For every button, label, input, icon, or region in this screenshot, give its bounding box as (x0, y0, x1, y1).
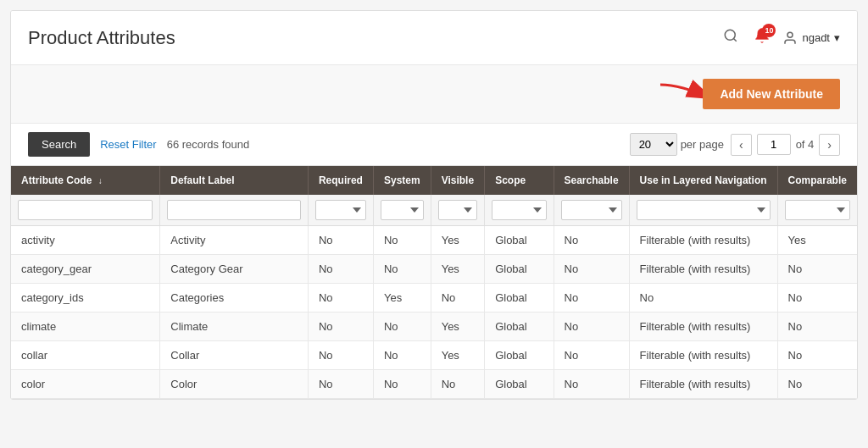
per-page-select[interactable]: 20 30 50 100 (630, 133, 677, 156)
cell-comparable: No (777, 341, 857, 370)
cell-layered_nav: No (629, 284, 777, 312)
cell-visible: No (431, 284, 484, 312)
filter-system[interactable]: YesNo (381, 200, 424, 220)
prev-page-button[interactable]: ‹ (731, 134, 752, 156)
col-comparable[interactable]: Comparable (777, 166, 857, 195)
cell-required: No (308, 370, 373, 399)
action-bar: Add New Attribute (11, 65, 857, 124)
user-chevron-icon: ▾ (834, 31, 840, 44)
cell-visible: Yes (431, 312, 484, 341)
cell-default_label: Categories (160, 284, 309, 312)
col-searchable[interactable]: Searchable (554, 166, 629, 195)
svg-point-2 (787, 32, 793, 37)
cell-searchable: No (554, 370, 629, 399)
filter-scope[interactable]: GlobalStoreWebsite (492, 200, 546, 220)
per-page-selector: 20 30 50 100 per page (630, 133, 724, 156)
table-row[interactable]: collarCollarNoNoYesGlobalNoFilterable (w… (11, 341, 857, 370)
page-of-label: of 4 (796, 138, 815, 151)
col-layered-nav[interactable]: Use in Layered Navigation (629, 166, 777, 195)
cell-layered_nav: Filterable (with results) (629, 255, 777, 284)
cell-comparable: No (777, 370, 857, 399)
cell-scope: Global (485, 284, 554, 312)
header-actions: 10 ngadt ▾ (720, 25, 840, 51)
cell-system: No (373, 226, 431, 255)
attributes-table: Attribute Code ↓ Default Label Required … (11, 166, 857, 399)
table-row[interactable]: colorColorNoNoNoGlobalNoFilterable (with… (11, 370, 857, 399)
records-found-label: 66 records found (167, 138, 250, 151)
cell-comparable: No (777, 255, 857, 284)
cell-attribute_code: color (11, 370, 160, 399)
filter-default-label[interactable] (167, 200, 301, 220)
cell-scope: Global (485, 312, 554, 341)
table-row[interactable]: climateClimateNoNoYesGlobalNoFilterable … (11, 312, 857, 341)
cell-scope: Global (485, 370, 554, 399)
cell-scope: Global (485, 226, 554, 255)
toolbar: Search Reset Filter 66 records found 20 … (11, 124, 857, 166)
cell-default_label: Climate (160, 312, 309, 341)
search-icon-button[interactable] (720, 25, 742, 51)
cell-searchable: No (554, 312, 629, 341)
cell-layered_nav: Filterable (with results) (629, 341, 777, 370)
cell-system: No (373, 370, 431, 399)
filter-attribute-code[interactable] (18, 200, 153, 220)
cell-default_label: Collar (160, 341, 309, 370)
table-row[interactable]: activityActivityNoNoYesGlobalNoFilterabl… (11, 226, 857, 255)
col-system[interactable]: System (373, 166, 431, 195)
per-page-label: per page (681, 138, 724, 151)
svg-line-1 (734, 38, 737, 41)
cell-system: No (373, 255, 431, 284)
cell-required: No (308, 341, 373, 370)
cell-visible: No (431, 370, 484, 399)
table-row[interactable]: category_idsCategoriesNoYesNoGlobalNoNoN… (11, 284, 857, 312)
cell-required: No (308, 312, 373, 341)
filter-comparable[interactable]: YesNo (785, 200, 850, 220)
cell-attribute_code: collar (11, 341, 160, 370)
table-header-row: Attribute Code ↓ Default Label Required … (11, 166, 857, 195)
cell-system: No (373, 341, 431, 370)
cell-scope: Global (485, 255, 554, 284)
cell-attribute_code: category_gear (11, 255, 160, 284)
next-page-button[interactable]: › (819, 134, 840, 156)
cell-attribute_code: category_ids (11, 284, 160, 312)
search-button[interactable]: Search (28, 132, 90, 157)
filter-row: YesNo YesNo YesNo GlobalStoreWebsite Yes… (11, 195, 857, 226)
filter-searchable[interactable]: YesNo (561, 200, 622, 220)
filter-visible[interactable]: YesNo (438, 200, 477, 220)
cell-comparable: No (777, 312, 857, 341)
cell-comparable: Yes (777, 226, 857, 255)
col-required[interactable]: Required (308, 166, 373, 195)
cell-searchable: No (554, 226, 629, 255)
table-body: activityActivityNoNoYesGlobalNoFilterabl… (11, 226, 857, 399)
cell-layered_nav: Filterable (with results) (629, 312, 777, 341)
cell-comparable: No (777, 284, 857, 312)
sort-icon-attribute-code: ↓ (98, 176, 103, 185)
cell-scope: Global (485, 341, 554, 370)
user-menu-button[interactable]: ngadt ▾ (782, 30, 840, 46)
cell-searchable: No (554, 255, 629, 284)
page-title: Product Attributes (28, 27, 175, 49)
page-header: Product Attributes 10 ngadt ▾ (11, 11, 857, 65)
cell-attribute_code: activity (11, 226, 160, 255)
reset-filter-button[interactable]: Reset Filter (100, 138, 156, 151)
table-row[interactable]: category_gearCategory GearNoNoYesGlobalN… (11, 255, 857, 284)
cell-default_label: Category Gear (160, 255, 309, 284)
col-scope[interactable]: Scope (485, 166, 554, 195)
cell-attribute_code: climate (11, 312, 160, 341)
col-default-label[interactable]: Default Label (160, 166, 309, 195)
cell-searchable: No (554, 341, 629, 370)
cell-visible: Yes (431, 226, 484, 255)
col-visible[interactable]: Visible (431, 166, 484, 195)
col-attribute-code[interactable]: Attribute Code ↓ (11, 166, 160, 195)
current-page-input[interactable] (757, 134, 791, 155)
notification-bell-button[interactable]: 10 (754, 27, 771, 48)
notification-badge: 10 (762, 24, 776, 37)
filter-required[interactable]: YesNo (315, 200, 366, 220)
svg-point-0 (726, 30, 736, 40)
add-new-attribute-button[interactable]: Add New Attribute (703, 79, 840, 109)
cell-layered_nav: Filterable (with results) (629, 370, 777, 399)
cell-searchable: No (554, 284, 629, 312)
cell-system: Yes (373, 284, 431, 312)
cell-layered_nav: Filterable (with results) (629, 226, 777, 255)
cell-default_label: Activity (160, 226, 309, 255)
filter-layered-nav[interactable]: NoFilterable (with results)Filterable (637, 200, 771, 220)
